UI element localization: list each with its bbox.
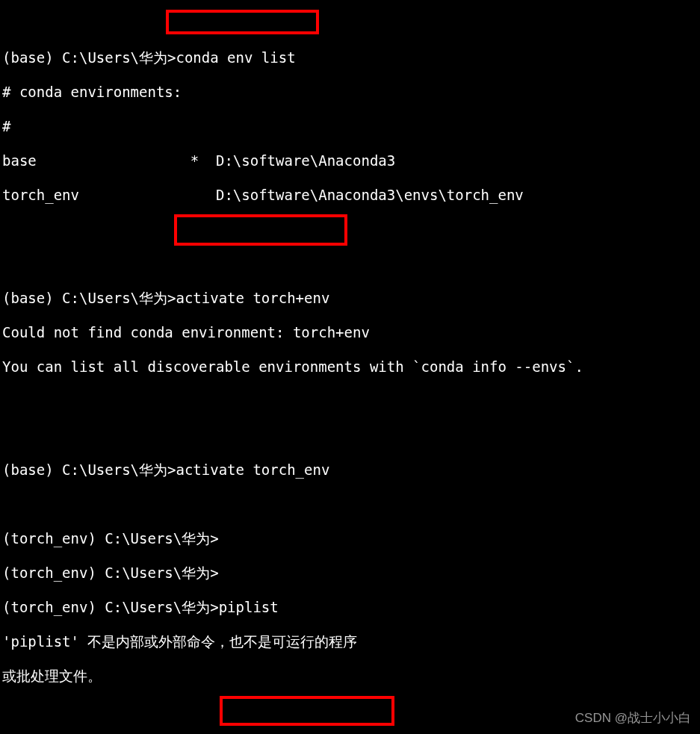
error-line: 'piplist' 不是内部或外部命令，也不是可运行的程序 [2,633,700,650]
prompt: (base) C:\Users\华为> [2,461,176,478]
blank-line [2,393,700,410]
output-line: # conda environments: [2,84,700,101]
line-env-list: (base) C:\Users\华为>conda env list [2,49,700,66]
line-torch-prompt: (torch_env) C:\Users\华为> [2,530,700,547]
prompt: (base) C:\Users\华为> [2,290,176,306]
command-text: activate torch+env [176,290,329,306]
prompt: (base) C:\Users\华为> [2,49,176,66]
watermark: CSDN @战士小小白 [575,709,691,727]
output-line: # [2,118,700,135]
blank-line [2,427,700,444]
command-text: activate torch_env [176,461,329,478]
prompt: (torch_env) C:\Users\华为> [2,530,219,547]
highlight-box [166,10,319,34]
prompt: (torch_env) C:\Users\华为> [2,565,219,581]
command-text: piplist [219,599,279,615]
terminal-window[interactable]: (base) C:\Users\华为>conda env list # cond… [0,0,700,734]
command-text: conda env list [176,49,295,66]
prompt: (torch_env) C:\Users\华为> [2,599,219,615]
error-line: 或批处理文件。 [2,668,700,685]
error-line: You can list all discoverable environmen… [2,358,700,376]
env-torch: torch_env D:\software\Anaconda3\envs\tor… [2,187,700,204]
line-activate-right: (base) C:\Users\华为>activate torch_env [2,461,700,479]
error-line: Could not find conda environment: torch+… [2,324,700,341]
blank-line [2,221,700,238]
line-activate-wrong: (base) C:\Users\华为>activate torch+env [2,290,700,307]
line-torch-prompt: (torch_env) C:\Users\华为> [2,565,700,582]
blank-line [2,255,700,273]
env-base: base * D:\software\Anaconda3 [2,152,700,169]
blank-line [2,496,700,513]
line-piplist-wrong: (torch_env) C:\Users\华为>piplist [2,599,700,616]
